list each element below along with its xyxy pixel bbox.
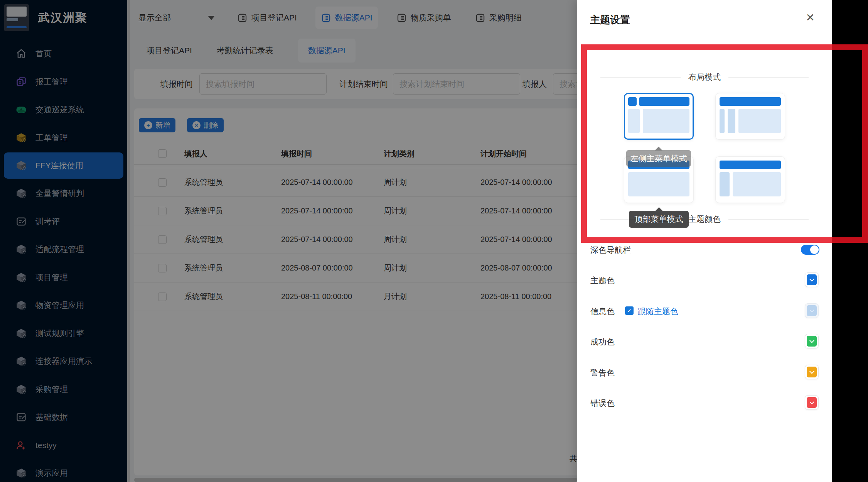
layout-section-divider: 布局模式 <box>600 72 809 83</box>
theme-color-picker[interactable] <box>805 272 819 287</box>
toggle-knob <box>810 245 819 254</box>
tooltip-text: 顶部菜单模式 <box>635 214 683 225</box>
success-color-chip <box>807 336 817 347</box>
screen-edge-black-band <box>832 0 868 482</box>
dark-nav-label: 深色导航栏 <box>590 245 631 255</box>
error-color-picker[interactable] <box>805 395 819 410</box>
error-color-label: 错误色 <box>590 398 615 409</box>
warning-color-picker[interactable] <box>805 365 819 379</box>
success-color-picker[interactable] <box>805 334 819 348</box>
info-color-picker[interactable] <box>805 303 819 318</box>
warning-color-chip <box>807 367 817 377</box>
divider-line <box>728 77 809 78</box>
info-color-chip <box>807 305 817 316</box>
follow-theme-checkbox[interactable]: ✓ <box>625 306 634 315</box>
tooltip-arrow <box>655 207 663 211</box>
drawer-title: 主题设置 <box>590 13 630 27</box>
chevron-down-icon <box>809 399 814 404</box>
layout-option-top-side-menu[interactable] <box>715 156 785 203</box>
divider-line <box>728 219 809 220</box>
layout-option-side-menu[interactable] <box>624 93 694 140</box>
theme-settings-drawer: 主题设置 ✕ 布局模式 左侧主菜单模式 <box>577 0 832 482</box>
tooltip-arrow <box>655 147 662 151</box>
app-root: 武汉洲聚 首页 报工管理 交通巡逻系统 工单管理 FFY连接使用 <box>0 0 868 482</box>
theme-color-label: 主题色 <box>590 275 615 286</box>
divider-line <box>600 77 681 78</box>
theme-color-section-title: 主题颜色 <box>688 214 721 225</box>
layout-option-mix-menu[interactable] <box>715 93 785 140</box>
tooltip-side-menu-mode: 左侧主菜单模式 <box>626 150 691 167</box>
success-color-label: 成功色 <box>590 337 615 347</box>
theme-color-chip <box>807 274 817 285</box>
info-color-label: 信息色 <box>590 306 615 317</box>
close-icon[interactable]: ✕ <box>806 12 815 23</box>
chevron-down-icon <box>809 369 814 374</box>
chevron-down-icon <box>809 338 814 343</box>
chevron-down-icon <box>809 277 814 282</box>
layout-section-title: 布局模式 <box>688 72 721 83</box>
error-color-chip <box>807 397 817 408</box>
chevron-down-icon <box>809 308 814 313</box>
tooltip-text: 左侧主菜单模式 <box>630 153 687 164</box>
follow-theme-link[interactable]: 跟随主题色 <box>638 306 678 317</box>
warning-color-label: 警告色 <box>590 367 615 378</box>
dark-nav-toggle[interactable] <box>801 245 819 255</box>
tooltip-top-menu-mode: 顶部菜单模式 <box>629 211 689 228</box>
